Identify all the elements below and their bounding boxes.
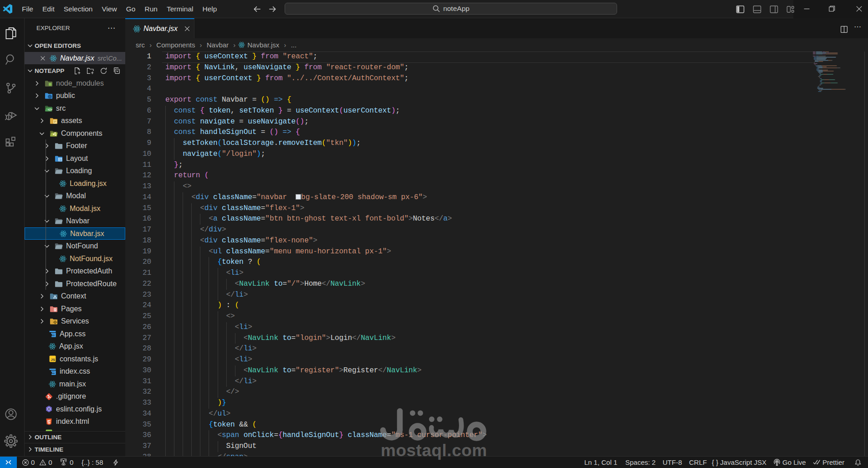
svg-text:</>: </> — [48, 108, 52, 112]
svg-text:JS: JS — [51, 358, 55, 362]
